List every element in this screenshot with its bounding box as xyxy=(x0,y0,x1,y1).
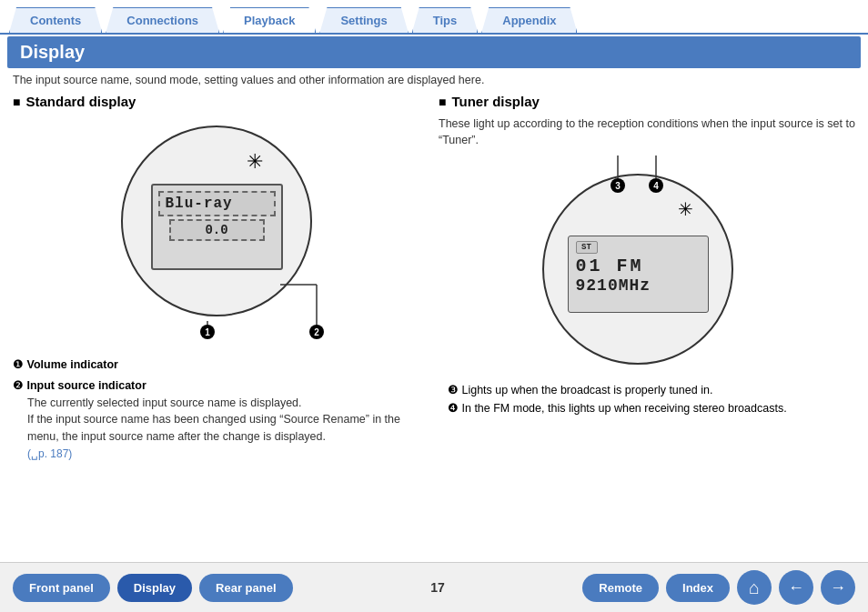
top-navigation: Contents Connections Playback Settings T… xyxy=(0,0,868,35)
display-row1: Blu-ray xyxy=(158,191,276,216)
tuner-row2: 9210MHz xyxy=(576,276,701,295)
svg-point-1 xyxy=(200,325,215,339)
home-button[interactable]: ⌂ xyxy=(737,570,772,605)
callout2-desc1: The currently selected input source name… xyxy=(13,395,429,412)
svg-text:1: 1 xyxy=(205,327,210,337)
svg-text:2: 2 xyxy=(314,327,319,337)
page-subtitle: The input source name, sound mode, setti… xyxy=(0,68,868,94)
callout1-num: ❶ xyxy=(13,358,26,371)
tuner-display-section: Tuner display These light up according t… xyxy=(439,94,855,466)
standard-display-labels: ❶ Volume indicator ❷ Input source indica… xyxy=(13,356,429,462)
tuner-indicator: ST xyxy=(576,241,598,254)
main-content: Standard display ✳ Blu-ray 0.0 1 xyxy=(0,94,868,466)
tab-settings[interactable]: Settings xyxy=(319,7,408,33)
tab-connections[interactable]: Connections xyxy=(106,7,219,33)
tuner-star-icon: ✳ xyxy=(678,198,693,220)
tuner-row1: 01 FM xyxy=(576,256,701,276)
callout1-item: ❶ Volume indicator xyxy=(13,356,429,374)
standard-display-diagram: ✳ Blu-ray 0.0 1 2 xyxy=(94,116,348,353)
back-button[interactable]: ← xyxy=(779,570,813,605)
display-row2: 0.0 xyxy=(169,219,265,241)
standard-display-title: Standard display xyxy=(13,94,429,109)
tuner-diagram: 3 4 ✳ ST 01 FM 9210MHz xyxy=(520,156,774,374)
forward-button[interactable]: → xyxy=(821,570,855,605)
tuner-note3: ❸ Lights up when the broadcast is proper… xyxy=(448,381,855,399)
tab-tips[interactable]: Tips xyxy=(412,7,479,33)
tab-playback[interactable]: Playback xyxy=(223,7,316,33)
display-button[interactable]: Display xyxy=(117,574,192,602)
callout2-num: ❷ xyxy=(13,379,26,392)
callout4-num: 4 xyxy=(649,178,663,193)
callout2-desc2: If the input source name has been change… xyxy=(13,411,429,446)
page-title: Display xyxy=(7,36,861,68)
front-panel-button[interactable]: Front panel xyxy=(13,574,110,602)
tuner-display-title: Tuner display xyxy=(439,94,855,109)
callout2-link[interactable]: (␣p. 187) xyxy=(13,446,429,462)
callout2-title: Input source indicator xyxy=(26,379,146,392)
svg-point-5 xyxy=(309,325,324,339)
tab-appendix[interactable]: Appendix xyxy=(481,7,577,33)
callout3-num: 3 xyxy=(611,178,625,193)
callout1-title: Volume indicator xyxy=(26,358,117,371)
tab-contents[interactable]: Contents xyxy=(9,7,102,33)
page-number: 17 xyxy=(300,580,576,595)
standard-display-section: Standard display ✳ Blu-ray 0.0 1 xyxy=(13,94,429,466)
rear-panel-button[interactable]: Rear panel xyxy=(199,574,292,602)
star-icon: ✳ xyxy=(247,150,263,174)
index-button[interactable]: Index xyxy=(666,574,730,602)
tuner-desc: These light up according to the receptio… xyxy=(439,116,855,148)
callout2-item: ❷ Input source indicator The currently s… xyxy=(13,377,429,462)
tuner-notes: ❸ Lights up when the broadcast is proper… xyxy=(439,381,855,417)
remote-button[interactable]: Remote xyxy=(582,574,659,602)
bottom-navigation: Front panel Display Rear panel 17 Remote… xyxy=(0,562,868,612)
tuner-note4: ❹ In the FM mode, this lights up when re… xyxy=(448,399,855,417)
